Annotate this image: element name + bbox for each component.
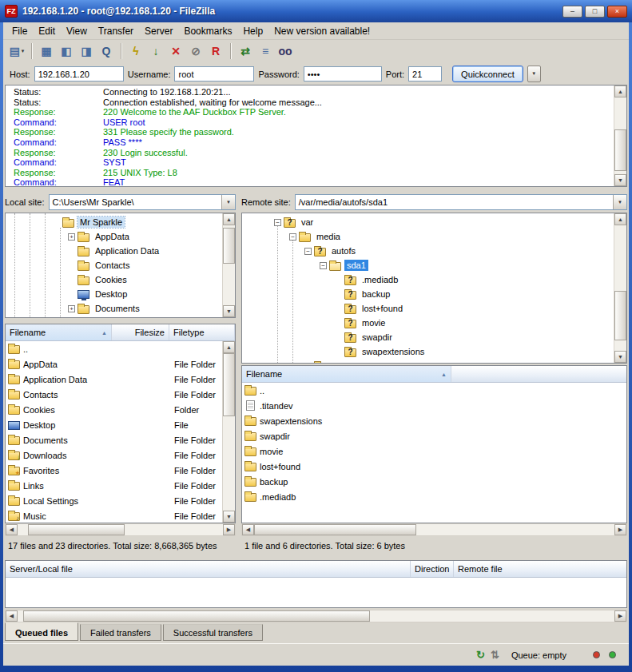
tree-item[interactable]: +Downloads xyxy=(7,316,221,318)
search-files-button[interactable]: oo xyxy=(276,42,295,61)
toggle-queue-button[interactable]: Q xyxy=(97,42,116,61)
expand-icon[interactable]: + xyxy=(68,233,75,241)
file-row[interactable]: movie xyxy=(242,443,626,459)
file-row[interactable]: CookiesFolder xyxy=(6,402,235,417)
tree-item[interactable]: +AppData xyxy=(7,229,221,244)
password-input[interactable] xyxy=(304,66,382,82)
file-row[interactable]: swapextensions xyxy=(242,413,626,428)
menu-item-bookmarks[interactable]: Bookmarks xyxy=(178,23,237,39)
header-filename[interactable]: Filename ▲ xyxy=(6,324,112,340)
port-input[interactable] xyxy=(408,66,442,82)
cancel-button[interactable]: ✕ xyxy=(166,42,185,61)
tree-item[interactable]: .mediadb xyxy=(244,272,612,287)
expand-icon[interactable]: + xyxy=(68,305,75,312)
file-row[interactable]: lost+found xyxy=(242,459,626,474)
quickconnect-dropdown-button[interactable]: ▼ xyxy=(527,66,541,82)
file-row[interactable]: swapdir xyxy=(242,428,626,443)
menu-item-transfer[interactable]: Transfer xyxy=(93,23,139,39)
disconnect-button[interactable]: ⊘ xyxy=(186,42,205,61)
scroll-down-icon[interactable]: ▼ xyxy=(614,351,626,363)
file-row[interactable]: .titandev xyxy=(242,398,626,413)
horizontal-scrollbar[interactable]: ◀▶ xyxy=(5,523,236,536)
menu-item-server[interactable]: Server xyxy=(139,23,178,39)
collapse-icon[interactable]: − xyxy=(304,248,312,255)
menu-item-new-version-available[interactable]: New version available! xyxy=(268,23,376,39)
scrollbar-track[interactable] xyxy=(254,524,614,535)
process-queue-button[interactable]: ↓ xyxy=(146,42,165,61)
file-row[interactable]: DesktopFile xyxy=(6,417,235,432)
file-row[interactable]: DocumentsFile Folder xyxy=(6,432,235,447)
directory-comparison-button[interactable]: ≡ xyxy=(256,42,275,61)
scrollbar-thumb[interactable] xyxy=(223,353,235,416)
close-button[interactable]: × xyxy=(607,6,627,18)
tree-item[interactable]: Cookies xyxy=(7,272,221,287)
username-input[interactable] xyxy=(174,66,254,82)
scrollbar-thumb[interactable] xyxy=(223,228,235,264)
scrollbar-thumb[interactable] xyxy=(23,610,369,622)
scrollbar-track[interactable] xyxy=(223,225,235,305)
tree-item[interactable]: movie xyxy=(244,316,612,330)
file-row[interactable]: .mediadb xyxy=(242,489,626,504)
vertical-scrollbar[interactable]: ▲▼ xyxy=(614,213,626,363)
file-row[interactable]: backup xyxy=(242,474,626,489)
scrollbar-thumb[interactable] xyxy=(28,524,125,535)
minimize-button[interactable]: – xyxy=(562,6,582,18)
menu-item-file[interactable]: File xyxy=(6,23,33,39)
header-filesize[interactable]: Filesize xyxy=(112,324,169,340)
menu-item-edit[interactable]: Edit xyxy=(33,23,61,39)
refresh-button[interactable]: ϟ xyxy=(126,42,145,61)
toggle-remote-tree-button[interactable]: ◨ xyxy=(77,42,96,61)
scroll-right-icon[interactable]: ▶ xyxy=(614,524,626,535)
scroll-down-icon[interactable]: ▼ xyxy=(223,511,235,523)
scroll-right-icon[interactable]: ▶ xyxy=(614,610,626,622)
scrollbar-track[interactable] xyxy=(18,524,223,535)
file-row[interactable]: .. xyxy=(242,383,626,398)
tree-item[interactable]: +Documents xyxy=(7,301,221,316)
tab-failed-transfers[interactable]: Failed transfers xyxy=(80,624,161,641)
chevron-down-icon[interactable]: ▼ xyxy=(613,195,626,209)
scroll-left-icon[interactable]: ◀ xyxy=(6,610,18,622)
scroll-left-icon[interactable]: ◀ xyxy=(242,524,254,535)
scrollbar-track[interactable] xyxy=(614,225,626,351)
horizontal-scrollbar[interactable]: ◀▶ xyxy=(5,610,627,622)
tree-item[interactable]: dvd xyxy=(244,359,612,364)
toggle-log-button[interactable]: ▦ xyxy=(37,42,56,61)
vertical-scrollbar[interactable]: ▲▼ xyxy=(222,213,235,317)
tab-queued-files[interactable]: Queued files xyxy=(5,622,78,641)
local-site-combo[interactable]: C:\Users\Mr Sparkle\ ▼ xyxy=(49,194,236,210)
menu-item-view[interactable]: View xyxy=(61,23,93,39)
vertical-scrollbar[interactable]: ▲▼ xyxy=(614,85,626,186)
title-bar[interactable]: FZ 192.168.1.20 - root@192.168.1.20 - Fi… xyxy=(0,0,632,22)
host-input[interactable] xyxy=(34,66,124,82)
scrollbar-track[interactable] xyxy=(18,610,614,622)
tree-item[interactable]: backup xyxy=(244,287,612,301)
maximize-button[interactable]: □ xyxy=(585,6,605,18)
scroll-up-icon[interactable]: ▲ xyxy=(614,85,626,97)
tree-item[interactable]: −var xyxy=(244,215,612,229)
speed-limit-icon[interactable]: ⇅ xyxy=(491,649,499,661)
synchronized-browsing-button[interactable]: ⇄ xyxy=(236,42,255,61)
scrollbar-thumb[interactable] xyxy=(614,129,626,171)
remote-site-combo[interactable]: /var/media/autofs/sda1 ▼ xyxy=(295,194,627,210)
file-row[interactable]: .. xyxy=(6,341,235,356)
tree-item[interactable]: Desktop xyxy=(7,287,221,301)
scroll-down-icon[interactable]: ▼ xyxy=(223,305,235,317)
scroll-up-icon[interactable]: ▲ xyxy=(223,341,235,353)
horizontal-scrollbar[interactable]: ◀▶ xyxy=(241,523,627,536)
tree-item[interactable]: −autofs xyxy=(244,244,612,258)
file-row[interactable]: LinksFile Folder xyxy=(6,478,235,493)
tree-item[interactable]: Contacts xyxy=(7,258,221,272)
tab-successful-trans[interactable]: Successful transfers xyxy=(163,624,263,641)
tree-item[interactable]: lost+found xyxy=(244,301,612,316)
chevron-down-icon[interactable]: ▼ xyxy=(221,195,235,209)
vertical-scrollbar[interactable]: ▲▼ xyxy=(222,341,235,523)
file-row[interactable]: DownloadsFile Folder xyxy=(6,447,235,463)
tree-item[interactable]: Application Data xyxy=(7,244,221,258)
file-row[interactable]: Application DataFile Folder xyxy=(6,372,235,387)
sync-status-icon[interactable]: ↻ xyxy=(476,649,485,661)
app-icon[interactable]: FZ xyxy=(5,5,18,18)
scroll-up-icon[interactable]: ▲ xyxy=(614,213,626,225)
quickconnect-button[interactable]: Quickconnect xyxy=(452,66,523,82)
file-row[interactable]: Local SettingsFile Folder xyxy=(6,493,235,508)
scroll-right-icon[interactable]: ▶ xyxy=(223,524,235,535)
